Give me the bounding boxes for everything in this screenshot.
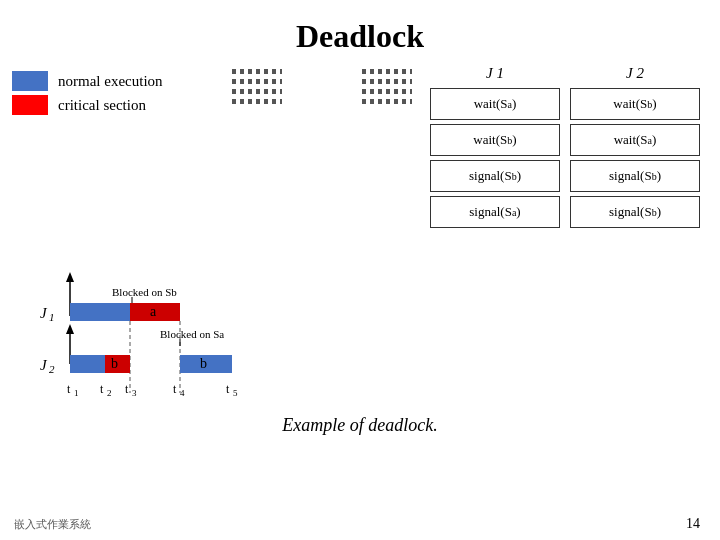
example-caption: Example of deadlock. [0, 415, 720, 436]
t3-label: t [125, 382, 129, 396]
j1-row-2: wait(S b) [430, 124, 560, 156]
j1-stripe-col [232, 69, 282, 104]
j2-row-1: wait(S b) [570, 88, 700, 120]
watermark-text: 嵌入式作業系統 [14, 517, 91, 532]
j1-timeline-sub: 1 [49, 311, 55, 323]
b-label-j2-left: b [111, 356, 118, 371]
j2-row-4: signal(S b) [570, 196, 700, 228]
semaphore-area: J 1 wait(S a) wait(S b) signal(S b) sign… [430, 65, 708, 232]
j2-timeline-label: J [40, 357, 48, 373]
t1-label: t [67, 382, 71, 396]
j2-normal-bar [70, 355, 105, 373]
j1-arrow-head [66, 272, 74, 282]
j2-arrow-head [66, 324, 74, 334]
t2-sub: 2 [107, 388, 112, 398]
timeline-diagram: J 1 J 2 a Blocked on Sb Blocked on Sa b [0, 232, 720, 413]
t5-label: t [226, 382, 230, 396]
legend-normal-row: normal execution [12, 71, 202, 91]
page-title: Deadlock [0, 0, 720, 65]
timeline-svg: J 1 J 2 a Blocked on Sb Blocked on Sa b [12, 238, 452, 413]
t5-sub: 5 [233, 388, 238, 398]
j2-row-2: wait(S a) [570, 124, 700, 156]
t4-label: t [173, 382, 177, 396]
j1-row-4: signal(S a) [430, 196, 560, 228]
t2-label: t [100, 382, 104, 396]
blocked-sb-label: Blocked on Sb [112, 286, 177, 298]
j1-row-3: signal(S b) [430, 160, 560, 192]
j2-stripe-col [362, 69, 412, 104]
legend-critical-box [12, 95, 48, 115]
j1-timeline-label: J [40, 305, 48, 321]
stripe-area [232, 65, 412, 104]
j1-col-header: J 1 [430, 65, 560, 88]
b-label-j2-right: b [200, 356, 207, 371]
j2-timeline-sub: 2 [49, 363, 55, 375]
legend-normal-label: normal execution [58, 73, 163, 90]
page-number: 14 [686, 516, 700, 532]
a-label: a [150, 304, 157, 319]
t3-sub: 3 [132, 388, 137, 398]
j1-semaphore-col: J 1 wait(S a) wait(S b) signal(S b) sign… [430, 65, 560, 232]
t4-sub: 4 [180, 388, 185, 398]
t1-sub: 1 [74, 388, 79, 398]
legend-critical-label: critical section [58, 97, 146, 114]
j2-semaphore-col: J 2 wait(S b) wait(S a) signal(S b) sign… [570, 65, 700, 232]
j2-col-header: J 2 [570, 65, 700, 88]
j1-normal-bar [70, 303, 130, 321]
caption-text: Example of deadlock. [282, 415, 437, 435]
j1-row-1: wait(S a) [430, 88, 560, 120]
legend-critical-row: critical section [12, 95, 202, 115]
j2-row-3: signal(S b) [570, 160, 700, 192]
legend: normal execution critical section [12, 65, 202, 119]
legend-normal-box [12, 71, 48, 91]
blocked-sa-label: Blocked on Sa [160, 328, 224, 340]
